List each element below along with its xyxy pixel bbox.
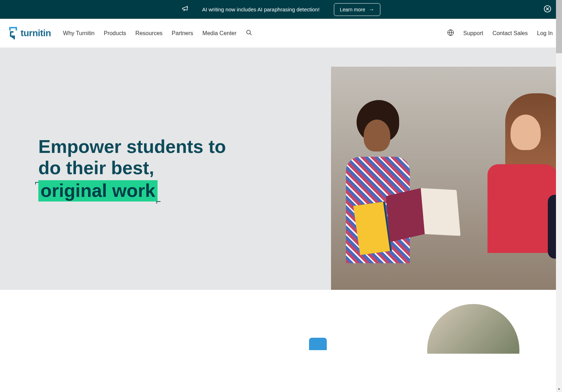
nav-media-center[interactable]: Media Center: [203, 30, 237, 37]
nav-left-group: Why Turnitin Products Resources Partners…: [63, 29, 252, 37]
logo-icon: [9, 27, 19, 39]
bracket-bottom-right-icon: ⌐: [156, 197, 161, 206]
nav-partners[interactable]: Partners: [172, 30, 193, 37]
announcement-text: AI writing now includes AI paraphrasing …: [202, 6, 320, 12]
hero-person-right: [451, 93, 562, 276]
hero-title: Empower students to do their best, ⌐ ori…: [38, 136, 226, 201]
close-banner-button[interactable]: [544, 5, 551, 14]
nav-resources[interactable]: Resources: [136, 30, 162, 37]
circular-image-preview: [427, 304, 519, 354]
hero-open-book: [386, 188, 461, 247]
hero-image: [331, 67, 562, 290]
nav-why-turnitin[interactable]: Why Turnitin: [63, 30, 95, 37]
nav-support[interactable]: Support: [463, 30, 483, 37]
arrow-right-icon: →: [369, 6, 374, 13]
svg-point-5: [247, 30, 250, 34]
logo-text: turnitin: [21, 28, 51, 39]
nav-right-group: Support Contact Sales Log In: [447, 29, 553, 38]
scrollbar-thumb[interactable]: [556, 0, 562, 53]
language-selector[interactable]: [447, 29, 454, 38]
logo-link[interactable]: turnitin: [9, 27, 51, 39]
megaphone-icon: [182, 5, 188, 13]
scrollbar[interactable]: ▾: [556, 0, 562, 354]
hero-text-area: Empower students to do their best, ⌐ ori…: [0, 48, 331, 290]
highlight-wrapper: ⌐ original work ⌐: [38, 180, 158, 201]
svg-line-6: [250, 33, 252, 35]
hero-title-line2: do their best,: [38, 158, 226, 179]
globe-icon: [447, 29, 454, 36]
hero-highlight: original work: [38, 180, 158, 201]
search-icon: [246, 29, 252, 36]
hero-title-line1: Empower students to: [38, 136, 226, 158]
close-icon: [544, 5, 551, 13]
nav-contact-sales[interactable]: Contact Sales: [492, 30, 528, 37]
main-navigation: turnitin Why Turnitin Products Resources…: [0, 19, 562, 48]
hero-section: Empower students to do their best, ⌐ ori…: [0, 48, 562, 290]
decorative-shape: [309, 338, 327, 350]
secondary-section: [0, 290, 562, 354]
announcement-banner: AI writing now includes AI paraphrasing …: [0, 0, 562, 19]
learn-more-button[interactable]: Learn more →: [334, 3, 381, 16]
nav-login[interactable]: Log In: [537, 30, 553, 37]
search-button[interactable]: [246, 29, 252, 37]
svg-line-0: [187, 6, 188, 7]
learn-more-label: Learn more: [340, 7, 365, 12]
nav-products[interactable]: Products: [104, 30, 126, 37]
